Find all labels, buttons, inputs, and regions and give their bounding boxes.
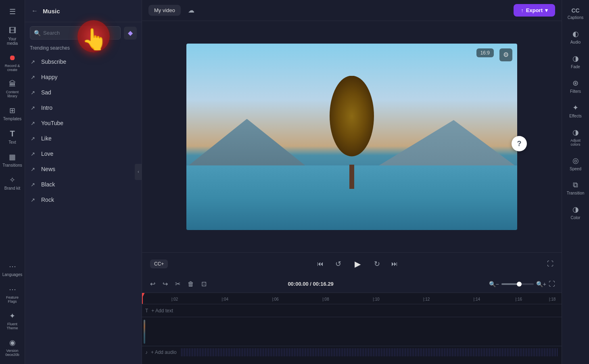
right-panel-effects[interactable]: ✦ Effects (564, 99, 588, 122)
trending-item-happy[interactable]: ↗ Happy (25, 69, 142, 85)
tree-trunk (349, 165, 354, 189)
undo-icon: ↩ (150, 280, 155, 288)
redo-button[interactable]: ↪ (161, 278, 169, 289)
sidebar-item-text[interactable]: T Text (1, 126, 24, 148)
caption-button[interactable]: CC+ (150, 259, 168, 268)
timeline-playhead[interactable] (142, 293, 143, 304)
right-panel-transition[interactable]: ⧉ Transition (564, 177, 588, 199)
video-clip-segment-1[interactable] (144, 320, 145, 344)
ruler-tick-label: |:16 (516, 297, 522, 301)
right-panel-filters[interactable]: ⊛ Filters (564, 75, 588, 98)
trending-item-black[interactable]: ↗ Black (25, 177, 142, 192)
right-panel: CC Captions ◐ Audio ◑ Fade ⊛ Filters ✦ E… (562, 0, 589, 364)
aspect-ratio-button[interactable]: 16:9 (476, 48, 494, 57)
cloud-save-button[interactable]: ☁ (185, 4, 198, 17)
zoom-in-button[interactable]: 🔍+ (536, 281, 546, 287)
trending-item-news[interactable]: ↗ News (25, 161, 142, 177)
add-audio-button[interactable]: + Add audio (151, 349, 177, 355)
timeline-ruler: |:02 |:04 |:06 |:08 |:10 |:12 |:14 |:16 … (142, 293, 562, 304)
right-panel-label: Transition (567, 191, 585, 195)
premium-button[interactable]: ◆ (124, 27, 137, 40)
feature-flags-icon: ⋯ (9, 285, 16, 294)
right-panel-label: Captions (568, 15, 583, 20)
rewind-icon: ⏮ (317, 260, 324, 268)
trending-item-intro[interactable]: ↗ Intro (25, 100, 142, 115)
sidebar-item-your-media[interactable]: 🎞 Your media (1, 23, 24, 49)
sidebar-item-transitions[interactable]: ▦ Transitions (1, 149, 24, 171)
trend-arrow-icon: ↗ (31, 90, 37, 96)
ruler-tick-label: |:04 (222, 297, 229, 301)
play-button[interactable]: ▶ (350, 257, 365, 271)
audio-waveform (180, 348, 558, 356)
sidebar-item-content-library[interactable]: 🏛 Contentlibrary (1, 77, 24, 101)
sidebar-item-languages[interactable]: ⋯ Languages (1, 259, 24, 280)
brand-kit-icon: ✧ (9, 176, 15, 184)
right-panel-adjust-colors[interactable]: ◑ Adjustcolors (564, 124, 588, 151)
zoom-slider[interactable] (501, 283, 534, 285)
redo-icon: ↪ (163, 280, 168, 288)
sidebar-item-fluent-theme[interactable]: ✦ FluentTheme (1, 308, 24, 333)
export-button[interactable]: ↑ Export ▾ (514, 4, 555, 17)
right-panel-captions[interactable]: CC Captions (564, 3, 588, 24)
back5-button[interactable]: ↺ (332, 258, 344, 270)
content-library-icon: 🏛 (9, 80, 16, 88)
fullscreen-button[interactable]: ⛶ (547, 260, 553, 268)
search-input[interactable] (30, 26, 121, 40)
trending-item-label: Black (41, 181, 55, 188)
expand-timeline-button[interactable]: ⛶ (549, 280, 555, 288)
ruler-tick-label: |:14 (474, 297, 480, 301)
sidebar-item-brand-kit[interactable]: ✧ Brand kit (1, 172, 24, 194)
right-panel-label: Speed (570, 167, 581, 171)
sidebar-item-templates[interactable]: ⊞ Templates (1, 103, 24, 124)
extra-tool-button[interactable]: ⊡ (200, 278, 208, 289)
back-button[interactable]: ← (30, 6, 40, 16)
trending-item-like[interactable]: ↗ Like (25, 131, 142, 146)
video-title-tab[interactable]: My video (148, 5, 181, 16)
panel-collapse-button[interactable]: ‹ (135, 164, 142, 180)
filters-icon: ⊛ (572, 79, 579, 88)
trending-item-subscribe[interactable]: ↗ Subscribe (25, 54, 142, 69)
sidebar-item-record[interactable]: ⏺ Record &create (1, 50, 24, 75)
trending-item-label: Intro (41, 105, 52, 111)
ruler-tick-label: |:02 (171, 297, 178, 301)
skip-button[interactable]: ⏭ (389, 258, 400, 270)
video-preview-container: 16:9 ⚙ ? (142, 21, 562, 252)
rewind-button[interactable]: ⏮ (315, 258, 326, 270)
video-clip[interactable] (144, 320, 145, 344)
trending-item-sad[interactable]: ↗ Sad (25, 85, 142, 100)
right-panel-color[interactable]: ◑ Color (564, 201, 588, 224)
cut-button[interactable]: ✂ (173, 278, 182, 289)
sidebar-item-feature-flags[interactable]: ⋯ FeatureFlags (1, 282, 24, 307)
music-panel-header: ← Music (25, 0, 142, 22)
settings-icon: ⚙ (503, 51, 509, 59)
add-text-button[interactable]: + Add text (151, 308, 173, 314)
sidebar-menu-button[interactable]: ☰ (1, 4, 24, 19)
fwd5-button[interactable]: ↻ (371, 258, 382, 270)
trending-item-love[interactable]: ↗ Love (25, 146, 142, 161)
trending-item-rock[interactable]: ↗ Rock (25, 192, 142, 207)
timeline-video-track (142, 317, 562, 346)
trend-arrow-icon: ↗ (31, 197, 37, 203)
fluent-theme-icon: ✦ (9, 312, 15, 320)
sidebar-item-label: FluentTheme (6, 322, 18, 330)
help-button[interactable]: ? (512, 136, 527, 151)
trending-list: ↗ Subscribe ↗ Happy ↗ Sad ↗ Intro ↗ YouT… (25, 54, 142, 207)
preview-settings-button[interactable]: ⚙ (499, 48, 512, 61)
timeline-tracks: T + Add text ♪ + Add audio (142, 304, 562, 364)
delete-button[interactable]: 🗑 (186, 279, 196, 289)
play-icon: ▶ (355, 259, 361, 269)
trending-item-youtube[interactable]: ↗ YouTube (25, 115, 142, 131)
ruler-tick-label: |:18 (549, 297, 556, 301)
mountain-right (376, 115, 517, 167)
undo-button[interactable]: ↩ (148, 278, 157, 289)
right-panel-audio[interactable]: ◐ Audio (564, 25, 588, 48)
right-panel-fade[interactable]: ◑ Fade (564, 50, 588, 73)
timeline-time-display: 00:00.00 / 00:16.29 (288, 281, 333, 287)
zoom-out-icon: 🔍− (489, 281, 499, 287)
trend-arrow-icon: ↗ (31, 136, 37, 142)
right-panel-speed[interactable]: ◎ Speed (564, 152, 588, 175)
playback-bar: CC+ ⏮ ↺ ▶ ↻ ⏭ ⛶ (142, 252, 562, 275)
zoom-out-button[interactable]: 🔍− (489, 281, 499, 287)
help-icon: ? (517, 140, 522, 148)
audio-icon: ◐ (572, 29, 579, 38)
